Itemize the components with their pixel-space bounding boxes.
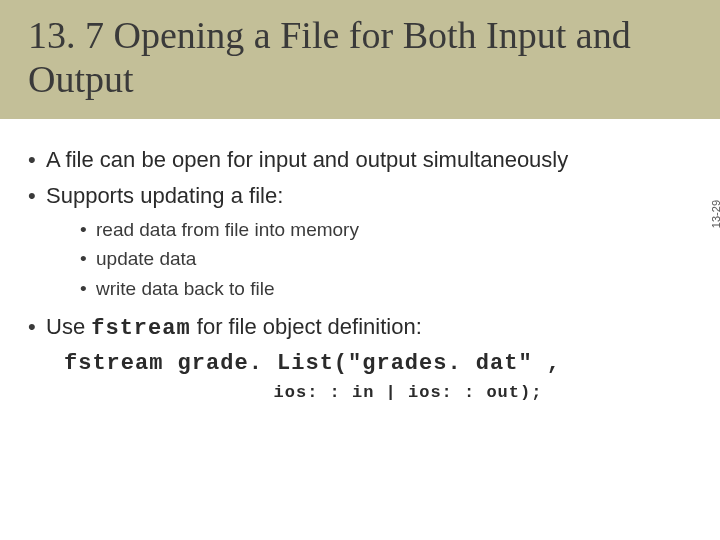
slide: 13. 7 Opening a File for Both Input and … — [0, 0, 720, 540]
inline-code: fstream — [91, 316, 190, 341]
bullet-item: A file can be open for input and output … — [28, 145, 692, 175]
title-bar: 13. 7 Opening a File for Both Input and … — [0, 0, 720, 119]
sub-bullet-item: update data — [80, 246, 692, 272]
bullet-item: Supports updating a file: read data from… — [28, 181, 692, 302]
slide-number: 13-29 — [710, 200, 720, 228]
bullet-text-pre: Use — [46, 314, 91, 339]
sub-bullet-item: write data back to file — [80, 276, 692, 302]
slide-title: 13. 7 Opening a File for Both Input and … — [28, 14, 692, 101]
bullet-text: Supports updating a file: — [46, 183, 283, 208]
sub-bullet-item: read data from file into memory — [80, 217, 692, 243]
bullet-list: A file can be open for input and output … — [28, 145, 692, 405]
code-block: fstream grade. List("grades. dat" , ios:… — [46, 347, 692, 406]
code-line: ios: : in | ios: : out); — [64, 380, 692, 406]
sub-bullet-list: read data from file into memory update d… — [46, 217, 692, 302]
slide-content: A file can be open for input and output … — [0, 119, 720, 405]
bullet-text-post: for file object definition: — [191, 314, 422, 339]
code-line: fstream grade. List("grades. dat" , — [64, 347, 692, 380]
bullet-item: Use fstream for file object definition: … — [28, 312, 692, 406]
